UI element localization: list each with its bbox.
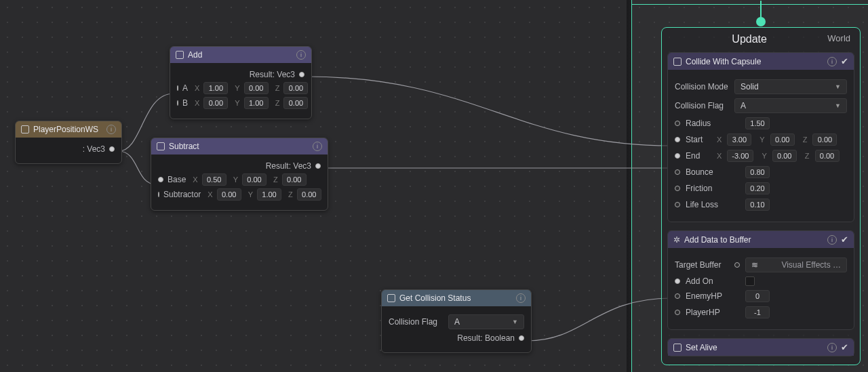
enabled-check-icon[interactable]: ✔ [841, 342, 848, 352]
add-a-x[interactable]: 1.00 [203, 82, 228, 94]
panel-divider [627, 0, 632, 372]
math-icon [157, 142, 165, 150]
collision-flag-select[interactable]: A▼ [734, 98, 847, 113]
node-player-position[interactable]: PlayerPositionWS i : Vec3 [15, 121, 122, 164]
add-b-z[interactable]: 0.00 [283, 97, 308, 109]
port-friction[interactable] [675, 186, 680, 191]
node-title: PlayerPositionWS [33, 125, 98, 134]
flow-cap-icon [756, 17, 766, 26]
port-lifeloss[interactable] [675, 202, 680, 207]
block-title: Collide With Capsule [686, 57, 761, 66]
collision-mode-select[interactable]: Solid▼ [734, 79, 847, 94]
addon-checkbox[interactable] [745, 276, 755, 286]
layers-icon: ≋ [751, 260, 758, 270]
status-icon [387, 294, 395, 302]
node-title: Subtract [169, 142, 199, 151]
port-addon[interactable] [675, 278, 680, 284]
output-port[interactable] [315, 163, 321, 169]
add-b-y[interactable]: 1.00 [244, 97, 269, 109]
gear-icon: ✲ [673, 235, 680, 245]
port-radius[interactable] [675, 121, 680, 126]
info-icon[interactable]: i [106, 125, 116, 134]
chevron-down-icon: ▼ [835, 83, 841, 90]
collision-flag-label: Collision Flag [389, 317, 443, 327]
sub-sub-y[interactable]: 1.00 [257, 188, 281, 201]
node-add[interactable]: Add i Result: Vec3 A X1.00 Y0.00 Z0.00 B… [170, 46, 312, 119]
node-title: Add [188, 50, 202, 60]
input-port-subtractor[interactable] [158, 192, 159, 197]
output-label: Result: Vec3 [266, 161, 311, 171]
chevron-down-icon: ▼ [512, 318, 518, 325]
variable-icon [21, 125, 29, 133]
port-enemyhp[interactable] [675, 293, 680, 299]
port-end[interactable] [675, 153, 680, 159]
world-label[interactable]: World [827, 33, 850, 45]
port-start[interactable] [675, 137, 680, 142]
capsule-icon [673, 58, 682, 66]
update-panel[interactable]: Update World Collide With Capsule i ✔ Co… [661, 27, 861, 365]
info-icon[interactable]: i [296, 50, 306, 60]
sub-base-x[interactable]: 0.50 [202, 173, 226, 186]
input-port-base[interactable] [158, 177, 163, 182]
sub-base-z[interactable]: 0.00 [282, 173, 307, 186]
input-port-a[interactable] [177, 85, 178, 91]
set-icon [673, 344, 682, 352]
block-set-alive[interactable]: Set Alive i ✔ [667, 338, 854, 356]
update-title: Update [671, 33, 827, 45]
radius-value[interactable]: 1.50 [745, 117, 770, 129]
sub-sub-x[interactable]: 0.00 [217, 188, 241, 201]
info-icon[interactable]: i [516, 293, 526, 303]
block-add-data-buffer[interactable]: ✲ Add Data to Buffer i ✔ Target Buffer ≋… [667, 230, 854, 330]
node-subtract[interactable]: Subtract i Result: Vec3 Base X0.50 Y0.00… [151, 138, 328, 211]
output-label: Result: Vec3 [250, 70, 295, 79]
port-target[interactable] [734, 262, 740, 268]
block-collide-capsule[interactable]: Collide With Capsule i ✔ Collision Mode … [667, 52, 854, 222]
chevron-down-icon: ▼ [835, 102, 841, 109]
output-port[interactable] [299, 72, 304, 77]
enabled-check-icon[interactable]: ✔ [841, 234, 848, 245]
port-bounce[interactable] [675, 169, 680, 175]
output-label: Result: Boolean [457, 333, 515, 343]
block-title: Set Alive [686, 343, 717, 352]
enabled-check-icon[interactable]: ✔ [841, 56, 848, 66]
collision-flag-select[interactable]: A▼ [448, 314, 524, 329]
port-playerhp[interactable] [675, 310, 680, 315]
input-port-b[interactable] [177, 100, 178, 106]
sub-sub-z[interactable]: 0.00 [297, 188, 321, 201]
node-title: Get Collision Status [399, 293, 471, 303]
add-a-y[interactable]: 0.00 [244, 82, 269, 94]
target-buffer-select[interactable]: ≋ Visual Effects … [745, 257, 847, 272]
sub-base-y[interactable]: 0.00 [242, 173, 267, 186]
add-a-z[interactable]: 0.00 [283, 82, 308, 94]
math-icon [176, 51, 184, 59]
node-get-collision-status[interactable]: Get Collision Status i Collision Flag A▼… [381, 289, 532, 353]
output-port[interactable] [109, 146, 115, 152]
info-icon[interactable]: i [827, 235, 837, 245]
add-b-x[interactable]: 0.00 [203, 97, 228, 109]
info-icon[interactable]: i [827, 57, 837, 66]
info-icon[interactable]: i [313, 142, 322, 151]
block-title: Add Data to Buffer [684, 235, 751, 245]
info-icon[interactable]: i [827, 343, 837, 352]
output-port[interactable] [519, 335, 524, 341]
output-label: : Vec3 [83, 144, 105, 154]
